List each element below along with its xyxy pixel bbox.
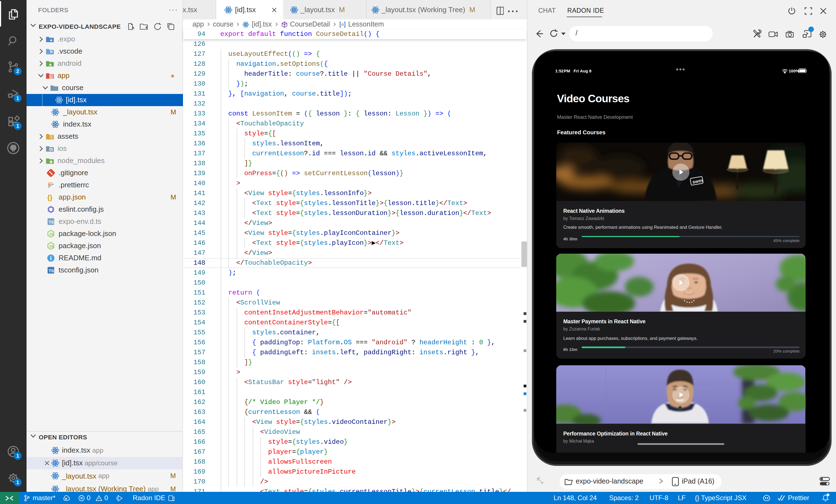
svg-text:JS: JS [49,244,53,248]
svg-text:TS: TS [49,220,54,224]
svg-text:TS: TS [49,268,54,273]
svg-text:{}: {} [47,193,53,201]
svg-text:JS: JS [49,232,53,236]
svg-text:ins: ins [50,148,52,151]
